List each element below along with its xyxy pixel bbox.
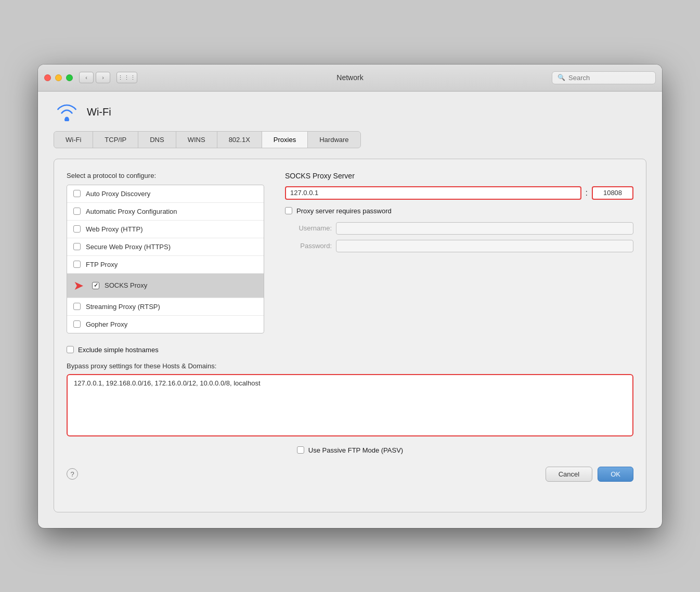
main-window: ‹ › ⋮⋮⋮ Network 🔍 Wi-Fi Wi-Fi	[38, 65, 662, 528]
gopher-proxy-checkbox[interactable]	[73, 320, 81, 328]
list-item[interactable]: Secure Web Proxy (HTTPS)	[67, 238, 264, 256]
bottom-section: Exclude simple hostnames Bypass proxy se…	[67, 346, 633, 454]
tab-wifi[interactable]: Wi-Fi	[54, 132, 93, 148]
traffic-lights	[44, 74, 73, 81]
exclude-row: Exclude simple hostnames	[67, 346, 633, 354]
socks-proxy-arrow: ➤	[73, 278, 84, 293]
exclude-hostnames-checkbox[interactable]	[67, 346, 74, 353]
secure-web-proxy-label: Secure Web Proxy (HTTPS)	[86, 243, 171, 251]
grid-button[interactable]: ⋮⋮⋮	[116, 72, 137, 83]
gopher-proxy-label: Gopher Proxy	[86, 320, 127, 328]
list-item[interactable]: Streaming Proxy (RTSP)	[67, 298, 264, 316]
list-item[interactable]: Automatic Proxy Configuration	[67, 203, 264, 221]
minimize-button[interactable]	[55, 74, 62, 81]
content-area: Wi-Fi Wi-Fi TCP/IP DNS WINS 802.1X Proxi…	[38, 92, 662, 528]
passive-ftp-checkbox[interactable]	[297, 446, 304, 454]
tab-proxies[interactable]: Proxies	[262, 132, 308, 148]
passive-ftp-label: Use Passive FTP Mode (PASV)	[308, 446, 403, 454]
socks-server-title: SOCKS Proxy Server	[285, 172, 633, 180]
list-item[interactable]: Auto Proxy Discovery	[67, 185, 264, 203]
wifi-label: Wi-Fi	[87, 106, 111, 118]
main-panel: Select a protocol to configure: Auto Pro…	[54, 159, 646, 512]
socks-proxy-label: SOCKS Proxy	[105, 281, 147, 289]
search-icon: 🔍	[558, 74, 565, 81]
bypass-label: Bypass proxy settings for these Hosts & …	[67, 362, 633, 370]
search-bar[interactable]: 🔍	[552, 71, 656, 84]
streaming-proxy-label: Streaming Proxy (RTSP)	[86, 303, 160, 311]
list-item[interactable]: Gopher Proxy	[67, 316, 264, 333]
title-bar: ‹ › ⋮⋮⋮ Network 🔍	[38, 65, 662, 92]
password-label: Password:	[285, 242, 332, 250]
tab-8021x[interactable]: 802.1X	[217, 132, 262, 148]
password-row: Password:	[285, 240, 633, 252]
svg-point-0	[64, 117, 68, 121]
protocol-list: Auto Proxy Discovery Automatic Proxy Con…	[67, 185, 264, 333]
passive-ftp-row: Use Passive FTP Mode (PASV)	[67, 446, 633, 454]
ftp-proxy-checkbox[interactable]	[73, 261, 81, 268]
ftp-proxy-label: FTP Proxy	[86, 261, 118, 268]
port-input[interactable]	[592, 186, 633, 200]
close-button[interactable]	[44, 74, 51, 81]
requires-password-label: Proxy server requires password	[296, 207, 392, 215]
tab-hardware[interactable]: Hardware	[308, 132, 360, 148]
exclude-hostnames-label: Exclude simple hostnames	[78, 346, 159, 354]
cancel-button[interactable]: Cancel	[546, 467, 592, 482]
protocol-left: Select a protocol to configure: Auto Pro…	[67, 172, 264, 333]
window-title: Network	[336, 73, 363, 82]
nav-buttons: ‹ ›	[79, 72, 110, 83]
tab-wins[interactable]: WINS	[176, 132, 217, 148]
list-item[interactable]: FTP Proxy	[67, 256, 264, 274]
tab-dns[interactable]: DNS	[138, 132, 176, 148]
forward-button[interactable]: ›	[96, 72, 110, 83]
tab-tcpip[interactable]: TCP/IP	[93, 132, 138, 148]
password-input[interactable]	[336, 240, 633, 252]
ok-button[interactable]: OK	[598, 467, 633, 482]
auto-proxy-label: Auto Proxy Discovery	[86, 190, 150, 198]
web-proxy-label: Web Proxy (HTTP)	[86, 225, 143, 233]
bypass-textarea[interactable]: 127.0.0.1, 192.168.0.0/16, 172.16.0.0/12…	[67, 374, 633, 436]
username-label: Username:	[285, 224, 332, 232]
password-requires-row: Proxy server requires password	[285, 207, 633, 215]
wifi-icon	[54, 102, 80, 123]
help-button[interactable]: ?	[67, 468, 78, 480]
socks-proxy-checkbox[interactable]	[92, 282, 99, 289]
tabs-bar: Wi-Fi TCP/IP DNS WINS 802.1X Proxies Har…	[54, 131, 361, 148]
auto-proxy-config-label: Automatic Proxy Configuration	[86, 208, 177, 215]
back-button[interactable]: ‹	[79, 72, 94, 83]
web-proxy-checkbox[interactable]	[73, 225, 81, 233]
username-row: Username:	[285, 222, 633, 235]
socks-proxy-item[interactable]: ➤ SOCKS Proxy	[67, 274, 264, 298]
requires-password-checkbox[interactable]	[285, 207, 292, 214]
footer: ? Cancel OK	[67, 467, 633, 482]
server-host-row: :	[285, 186, 633, 200]
colon-separator: :	[586, 188, 588, 198]
username-input[interactable]	[336, 222, 633, 235]
list-item[interactable]: Web Proxy (HTTP)	[67, 221, 264, 238]
auto-proxy-config-checkbox[interactable]	[73, 208, 81, 215]
auto-proxy-checkbox[interactable]	[73, 190, 81, 197]
socks-server-section: SOCKS Proxy Server : Proxy server requir…	[285, 172, 633, 333]
streaming-proxy-checkbox[interactable]	[73, 303, 81, 310]
bypass-textarea-wrapper: 127.0.0.1, 192.168.0.0/16, 172.16.0.0/12…	[67, 374, 633, 438]
maximize-button[interactable]	[66, 74, 73, 81]
secure-web-proxy-checkbox[interactable]	[73, 243, 81, 250]
server-host-input[interactable]	[285, 186, 581, 200]
search-input[interactable]	[568, 74, 650, 82]
protocol-section-label: Select a protocol to configure:	[67, 172, 264, 179]
action-buttons: Cancel OK	[546, 467, 633, 482]
wifi-header: Wi-Fi	[54, 102, 646, 123]
protocol-section: Select a protocol to configure: Auto Pro…	[67, 172, 633, 333]
